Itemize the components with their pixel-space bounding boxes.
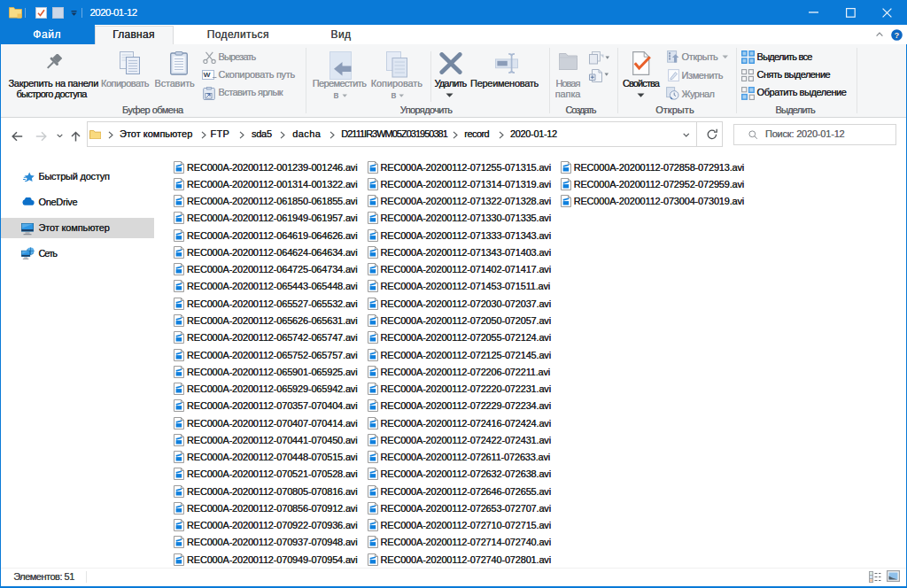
- svg-text:W: W: [204, 71, 211, 79]
- svg-text:?: ?: [895, 29, 900, 39]
